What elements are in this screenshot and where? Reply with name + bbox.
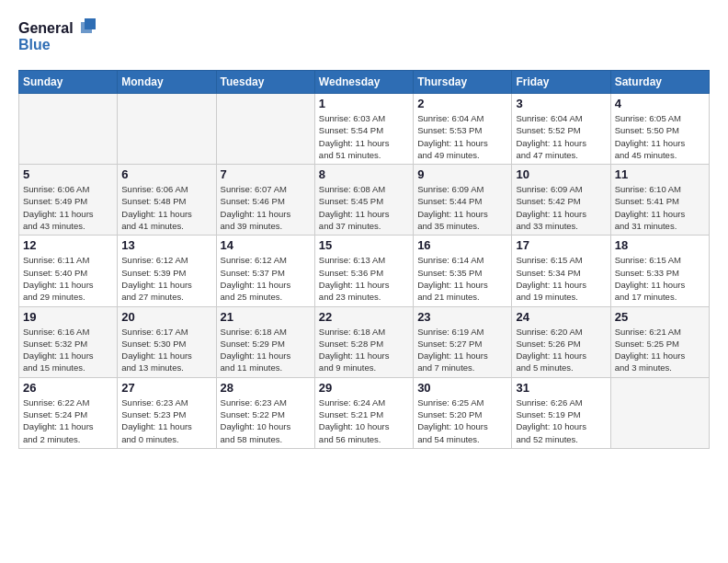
- calendar-day-cell: 16Sunrise: 6:14 AMSunset: 5:35 PMDayligh…: [414, 236, 512, 306]
- day-info: Sunrise: 6:18 AMSunset: 5:28 PMDaylight:…: [319, 326, 409, 374]
- calendar-day-cell: 31Sunrise: 6:26 AMSunset: 5:19 PMDayligh…: [512, 377, 610, 448]
- day-number: 29: [319, 381, 409, 395]
- day-number: 6: [121, 167, 211, 181]
- day-info: Sunrise: 6:07 AMSunset: 5:46 PMDaylight:…: [221, 183, 311, 232]
- calendar-day-cell: 1Sunrise: 6:03 AMSunset: 5:54 PMDaylight…: [314, 94, 413, 165]
- calendar-table: SundayMondayTuesdayWednesdayThursdayFrid…: [18, 70, 710, 449]
- day-info: Sunrise: 6:15 AMSunset: 5:33 PMDaylight:…: [615, 254, 705, 303]
- calendar-week-row: 12Sunrise: 6:11 AMSunset: 5:40 PMDayligh…: [19, 236, 710, 306]
- day-number: 17: [516, 238, 606, 252]
- day-info: Sunrise: 6:09 AMSunset: 5:44 PMDaylight:…: [417, 183, 507, 232]
- weekday-header-row: SundayMondayTuesdayWednesdayThursdayFrid…: [19, 71, 710, 94]
- day-info: Sunrise: 6:14 AMSunset: 5:35 PMDaylight:…: [417, 254, 507, 303]
- calendar-day-cell: 24Sunrise: 6:20 AMSunset: 5:26 PMDayligh…: [512, 306, 610, 377]
- day-number: 26: [23, 381, 113, 395]
- calendar-day-cell: 30Sunrise: 6:25 AMSunset: 5:20 PMDayligh…: [414, 377, 512, 448]
- day-number: 19: [23, 310, 113, 324]
- weekday-header: Friday: [512, 71, 610, 94]
- calendar-day-cell: 13Sunrise: 6:12 AMSunset: 5:39 PMDayligh…: [118, 236, 216, 306]
- calendar-day-cell: 18Sunrise: 6:15 AMSunset: 5:33 PMDayligh…: [610, 236, 709, 306]
- day-number: 3: [516, 97, 606, 110]
- day-info: Sunrise: 6:19 AMSunset: 5:27 PMDaylight:…: [417, 326, 507, 374]
- calendar-day-cell: 14Sunrise: 6:12 AMSunset: 5:37 PMDayligh…: [216, 236, 314, 306]
- day-number: 15: [319, 238, 409, 252]
- calendar-day-cell: 5Sunrise: 6:06 AMSunset: 5:49 PMDaylight…: [19, 165, 118, 236]
- calendar-day-cell: 10Sunrise: 6:09 AMSunset: 5:42 PMDayligh…: [512, 165, 610, 236]
- day-number: 28: [221, 381, 311, 395]
- day-info: Sunrise: 6:24 AMSunset: 5:21 PMDaylight:…: [319, 396, 409, 445]
- day-info: Sunrise: 6:05 AMSunset: 5:50 PMDaylight:…: [615, 112, 705, 161]
- day-number: 9: [417, 167, 507, 181]
- day-info: Sunrise: 6:06 AMSunset: 5:49 PMDaylight:…: [23, 183, 113, 232]
- weekday-header: Wednesday: [314, 71, 413, 94]
- calendar-day-cell: 22Sunrise: 6:18 AMSunset: 5:28 PMDayligh…: [314, 306, 413, 377]
- day-number: 10: [516, 167, 606, 181]
- day-info: Sunrise: 6:04 AMSunset: 5:53 PMDaylight:…: [417, 112, 507, 161]
- svg-text:General: General: [18, 20, 74, 36]
- day-number: 27: [121, 381, 211, 395]
- svg-marker-3: [85, 18, 96, 29]
- calendar-day-cell: 15Sunrise: 6:13 AMSunset: 5:36 PMDayligh…: [314, 236, 413, 306]
- calendar-day-cell: 27Sunrise: 6:23 AMSunset: 5:23 PMDayligh…: [118, 377, 216, 448]
- day-number: 23: [417, 310, 507, 324]
- day-number: 25: [615, 310, 705, 324]
- day-number: 18: [615, 238, 705, 252]
- day-number: 16: [417, 238, 507, 252]
- calendar-day-cell: 29Sunrise: 6:24 AMSunset: 5:21 PMDayligh…: [314, 377, 413, 448]
- day-info: Sunrise: 6:04 AMSunset: 5:52 PMDaylight:…: [516, 112, 606, 161]
- calendar-day-cell: 23Sunrise: 6:19 AMSunset: 5:27 PMDayligh…: [414, 306, 512, 377]
- day-info: Sunrise: 6:15 AMSunset: 5:34 PMDaylight:…: [516, 254, 606, 303]
- day-info: Sunrise: 6:21 AMSunset: 5:25 PMDaylight:…: [615, 326, 705, 374]
- header: General Blue: [18, 15, 710, 59]
- day-info: Sunrise: 6:22 AMSunset: 5:24 PMDaylight:…: [23, 396, 113, 445]
- weekday-header: Thursday: [414, 71, 512, 94]
- calendar-week-row: 1Sunrise: 6:03 AMSunset: 5:54 PMDaylight…: [19, 94, 710, 165]
- calendar-day-cell: 17Sunrise: 6:15 AMSunset: 5:34 PMDayligh…: [512, 236, 610, 306]
- weekday-header: Monday: [118, 71, 216, 94]
- calendar-day-cell: [19, 94, 118, 165]
- day-number: 20: [121, 310, 211, 324]
- day-info: Sunrise: 6:23 AMSunset: 5:22 PMDaylight:…: [221, 396, 311, 445]
- calendar-day-cell: 2Sunrise: 6:04 AMSunset: 5:53 PMDaylight…: [414, 94, 512, 165]
- calendar-day-cell: 6Sunrise: 6:06 AMSunset: 5:48 PMDaylight…: [118, 165, 216, 236]
- day-number: 30: [417, 381, 507, 395]
- day-number: 22: [319, 310, 409, 324]
- day-info: Sunrise: 6:26 AMSunset: 5:19 PMDaylight:…: [516, 396, 606, 445]
- weekday-header: Sunday: [19, 71, 118, 94]
- day-number: 21: [221, 310, 311, 324]
- calendar-day-cell: 19Sunrise: 6:16 AMSunset: 5:32 PMDayligh…: [19, 306, 118, 377]
- calendar-day-cell: 7Sunrise: 6:07 AMSunset: 5:46 PMDaylight…: [216, 165, 314, 236]
- day-info: Sunrise: 6:17 AMSunset: 5:30 PMDaylight:…: [121, 326, 211, 374]
- calendar-day-cell: [216, 94, 314, 165]
- day-number: 31: [516, 381, 606, 395]
- calendar-container: General Blue SundayMondayTuesdayWednesda…: [0, 0, 728, 563]
- calendar-day-cell: 9Sunrise: 6:09 AMSunset: 5:44 PMDaylight…: [414, 165, 512, 236]
- calendar-day-cell: 11Sunrise: 6:10 AMSunset: 5:41 PMDayligh…: [610, 165, 709, 236]
- calendar-day-cell: 21Sunrise: 6:18 AMSunset: 5:29 PMDayligh…: [216, 306, 314, 377]
- day-info: Sunrise: 6:11 AMSunset: 5:40 PMDaylight:…: [23, 254, 113, 303]
- day-info: Sunrise: 6:18 AMSunset: 5:29 PMDaylight:…: [221, 326, 311, 374]
- calendar-week-row: 19Sunrise: 6:16 AMSunset: 5:32 PMDayligh…: [19, 306, 710, 377]
- day-number: 14: [221, 238, 311, 252]
- day-number: 7: [221, 167, 311, 181]
- day-number: 11: [615, 167, 705, 181]
- day-number: 4: [615, 97, 705, 110]
- calendar-day-cell: 12Sunrise: 6:11 AMSunset: 5:40 PMDayligh…: [19, 236, 118, 306]
- calendar-day-cell: [118, 94, 216, 165]
- calendar-week-row: 26Sunrise: 6:22 AMSunset: 5:24 PMDayligh…: [19, 377, 710, 448]
- day-info: Sunrise: 6:12 AMSunset: 5:39 PMDaylight:…: [121, 254, 211, 303]
- calendar-day-cell: 8Sunrise: 6:08 AMSunset: 5:45 PMDaylight…: [314, 165, 413, 236]
- day-number: 2: [417, 97, 507, 110]
- logo-text: General Blue: [18, 15, 101, 59]
- logo: General Blue: [18, 15, 101, 59]
- day-number: 1: [319, 97, 409, 110]
- calendar-week-row: 5Sunrise: 6:06 AMSunset: 5:49 PMDaylight…: [19, 165, 710, 236]
- day-info: Sunrise: 6:16 AMSunset: 5:32 PMDaylight:…: [23, 326, 113, 374]
- day-number: 12: [23, 238, 113, 252]
- day-number: 8: [319, 167, 409, 181]
- calendar-day-cell: 4Sunrise: 6:05 AMSunset: 5:50 PMDaylight…: [610, 94, 709, 165]
- day-number: 5: [23, 167, 113, 181]
- calendar-day-cell: 3Sunrise: 6:04 AMSunset: 5:52 PMDaylight…: [512, 94, 610, 165]
- calendar-day-cell: 20Sunrise: 6:17 AMSunset: 5:30 PMDayligh…: [118, 306, 216, 377]
- day-info: Sunrise: 6:23 AMSunset: 5:23 PMDaylight:…: [121, 396, 211, 445]
